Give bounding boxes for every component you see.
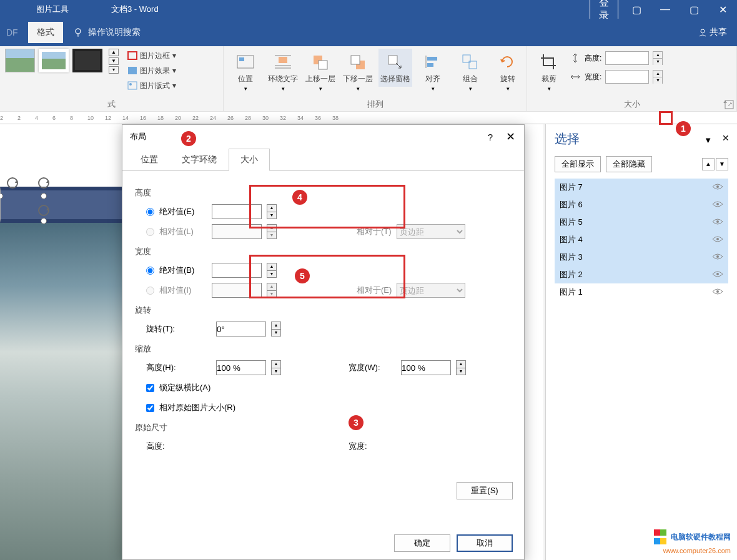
picture-effects-button[interactable]: 图片效果▾ [127,64,176,77]
tab-dof[interactable]: DF [6,22,28,42]
dialog-close-icon[interactable]: ✕ [506,130,515,144]
height-input[interactable] [605,51,649,65]
position-button[interactable]: 位置▾ [229,49,262,94]
visibility-toggle-icon[interactable] [712,288,723,297]
svg-rect-5 [128,67,137,74]
picture-layout-button[interactable]: 图片版式▾ [127,79,176,92]
width-absolute-radio[interactable] [146,267,154,275]
picture-style-3[interactable] [72,49,102,72]
ruler-mark: 2 [0,115,9,121]
height-absolute-radio[interactable] [146,208,154,216]
height-abs-spinner[interactable]: ▲▼ [267,204,277,219]
ruler-mark: 32 [280,115,289,121]
width-absolute-input[interactable] [212,263,262,278]
selected-shape[interactable] [0,187,131,223]
visibility-toggle-icon[interactable] [712,235,723,245]
dialog-tab-size[interactable]: 大小 [229,149,270,171]
ruler: 22468101214161820222426283032343638 [0,112,737,124]
visibility-toggle-icon[interactable] [712,253,723,262]
show-all-button[interactable]: 全部显示 [555,156,601,172]
selection-pane-button[interactable]: 选择窗格 [378,49,412,87]
collapse-ribbon-icon[interactable]: ⌃ [722,100,728,109]
visibility-toggle-icon[interactable] [712,183,723,192]
gallery-down-icon[interactable]: ▼ [109,57,119,65]
rotate-handle-icon-3[interactable] [36,203,51,218]
picture-style-1[interactable] [5,49,35,72]
scale-w-spinner[interactable]: ▲▼ [456,360,466,375]
close-icon[interactable]: ✕ [708,4,737,16]
minimize-icon[interactable]: — [651,4,680,15]
width-input[interactable] [605,70,649,84]
visibility-toggle-icon[interactable] [712,270,723,280]
move-up-button[interactable]: ▲ [702,158,715,170]
picture-border-button[interactable]: 图片边框▾ [127,49,176,62]
selection-handle[interactable] [41,193,47,199]
maximize-icon[interactable]: ▢ [680,4,708,16]
gallery-more-icon[interactable]: ▾ [109,66,119,74]
relative-original-checkbox[interactable] [146,404,154,412]
rotate-handle-icon-2[interactable] [36,175,51,190]
svg-point-33 [716,238,719,240]
rotate-spinner[interactable]: ▲▼ [271,322,281,336]
cancel-button[interactable]: 取消 [457,534,513,552]
inserted-image[interactable] [0,221,131,560]
rotate-input[interactable] [216,322,266,336]
width-abs-spinner[interactable]: ▲▼ [267,263,277,278]
height-relative-radio [146,228,154,236]
selection-list-item[interactable]: 图片 4 [555,231,728,248]
ribbon-display-icon[interactable]: ▢ [622,4,651,16]
scale-height-input[interactable] [216,360,266,375]
height-spinner[interactable]: ▲▼ [653,51,663,65]
close-pane-icon[interactable]: ✕ [722,133,730,143]
move-down-button[interactable]: ▼ [716,158,728,170]
svg-point-32 [716,220,719,223]
dialog-tab-wrap[interactable]: 文字环绕 [170,149,229,171]
wrap-text-button[interactable]: 环绕文字▾ [266,49,300,94]
svg-rect-15 [319,61,327,69]
svg-rect-4 [128,52,137,59]
crop-button[interactable]: 裁剪▾ [532,49,566,94]
scale-h-spinner[interactable]: ▲▼ [271,360,281,375]
svg-rect-21 [427,63,433,67]
group-button[interactable]: 组合▾ [453,49,487,94]
svg-rect-20 [427,57,437,61]
layout-dialog: 布局 ? ✕ 位置 文字环绕 大小 高度 绝对值(E)▲▼ 相对值(L)▲▼ 相… [122,124,525,560]
dialog-tab-position[interactable]: 位置 [129,149,170,171]
rotate-handle-icon-1[interactable] [5,175,20,190]
selection-handle[interactable] [41,218,47,224]
section-width: 宽度 [135,246,512,257]
picture-style-2[interactable] [39,49,69,72]
selection-pane-title: 选择 [555,130,728,147]
visibility-toggle-icon[interactable] [712,218,723,227]
share-button[interactable]: 共享 [698,27,727,38]
reset-button[interactable]: 重置(S) [457,482,513,499]
lightbulb-icon [73,27,83,37]
ruler-mark: 30 [262,115,271,121]
svg-point-34 [716,255,719,258]
selection-list-item[interactable]: 图片 7 [555,179,728,196]
selection-list-item[interactable]: 图片 2 [555,266,728,283]
bring-forward-button[interactable]: 上移一层▾ [304,49,337,94]
align-button[interactable]: 对齐▾ [416,49,450,94]
height-absolute-input[interactable] [212,204,262,219]
scale-width-input[interactable] [401,360,451,375]
tell-me-search[interactable]: 操作说明搜索 [73,27,141,38]
selection-list-item[interactable]: 图片 6 [555,196,728,214]
send-backward-button[interactable]: 下移一层▾ [341,49,375,94]
help-icon[interactable]: ? [488,132,493,142]
ok-button[interactable]: 确定 [394,534,450,552]
selection-list-item[interactable]: 图片 1 [555,283,728,301]
ruler-mark: 16 [140,115,149,121]
width-spinner[interactable]: ▲▼ [653,70,663,84]
pane-options-icon[interactable]: ▼ [704,135,712,145]
visibility-toggle-icon[interactable] [712,200,723,210]
selection-list-item[interactable]: 图片 3 [555,248,728,266]
border-icon [127,51,137,60]
selection-list-item[interactable]: 图片 5 [555,214,728,231]
hide-all-button[interactable]: 全部隐藏 [606,156,652,172]
gallery-up-icon[interactable]: ▲ [109,49,119,56]
lock-ratio-checkbox[interactable] [146,384,154,392]
tab-format[interactable]: 格式 [28,22,63,43]
width-icon [570,71,581,82]
rotate-button[interactable]: 旋转▾ [491,49,525,94]
